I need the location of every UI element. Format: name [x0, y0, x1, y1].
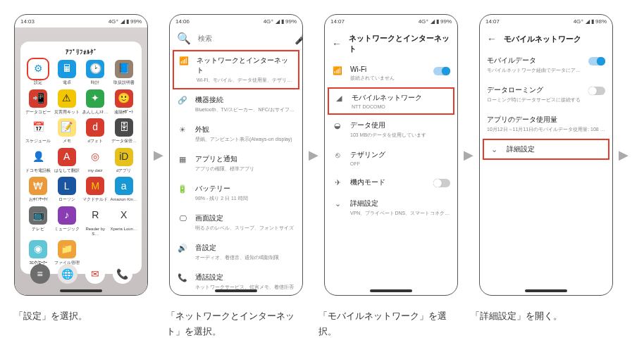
- settings-list: 📶ネットワークとインターネットWi-Fi、モバイル、データ使用量、テザリング🔗機…: [170, 50, 302, 295]
- app-おｻｲﾌｹｰﾀｲ[interactable]: ₩おｻｲﾌｹｰﾀｲ: [25, 177, 52, 202]
- app-dアプリ[interactable]: iDdアプリ: [111, 148, 138, 173]
- app-dフォト[interactable]: ddフォト: [82, 118, 109, 144]
- list-item-ネットワークとインターネット[interactable]: 📶ネットワークとインターネットWi-Fi、モバイル、データ使用量、テザリング: [173, 50, 299, 89]
- app-my daiz[interactable]: ◎my daiz: [82, 148, 109, 173]
- 📶-icon: 📶: [178, 56, 190, 65]
- app-マクドナルド[interactable]: Mマクドナルド: [82, 177, 109, 202]
- app-データコピー[interactable]: 📲データコピー: [25, 89, 52, 115]
- page-title: ネットワークとインターネット: [349, 33, 450, 54]
- row-title: データローミング: [487, 85, 581, 95]
- app-災害用キット[interactable]: ⚠災害用キット: [54, 89, 81, 115]
- ミュージック-icon: ♪: [58, 206, 76, 225]
- toggle[interactable]: [433, 67, 450, 75]
- mic-icon[interactable]: 🎤: [295, 32, 303, 45]
- status-right: 4G⁺ ◢ ▮ 99%: [419, 18, 452, 25]
- row-subtitle: VPN、プライベートDNS、スマートコネクティビ…: [350, 210, 450, 217]
- app-はなして翻訳[interactable]: Aはなして翻訳: [54, 148, 81, 173]
- back-icon[interactable]: ←: [332, 38, 342, 49]
- row-title: 機内モード: [350, 177, 426, 187]
- app-3Dｸﾘｴｰﾀｰ[interactable]: ◉3Dｸﾘｴｰﾀｰ: [25, 240, 52, 265]
- app-スケジュール[interactable]: 📅スケジュール: [25, 118, 52, 144]
- search-row[interactable]: 🔍 🎤: [170, 27, 302, 50]
- list-item-バッテリー[interactable]: 🔋バッテリー98% - 残り 2 日 11 時間: [170, 178, 302, 208]
- list-item-データローミング[interactable]: データローミングローミング時にデータサービスに接続する: [480, 80, 612, 109]
- phone-icon[interactable]: 📞: [113, 264, 132, 284]
- status-time: 14:07: [330, 18, 345, 25]
- list-item-外観[interactable]: ☀外観壁紙、アンビエント表示(Always-on display): [170, 119, 302, 149]
- app-電卓[interactable]: 🖩電卓: [54, 60, 81, 85]
- list-item-テザリング[interactable]: ⎋テザリングOFF: [325, 144, 457, 172]
- arrow-icon: ▶: [152, 14, 165, 296]
- home-indicator: [370, 289, 412, 292]
- list-item-データ使用[interactable]: ◒データ使用103 MBのデータを使用しています: [325, 115, 457, 144]
- list-item-モバイルネットワーク[interactable]: ◢モバイルネットワークNTT DOCOMO: [328, 87, 454, 115]
- toggle[interactable]: [588, 87, 605, 95]
- list-item-モバイルデータ[interactable]: モバイルデータモバイルネットワーク経由でデータにアクセス: [480, 50, 612, 80]
- mail-icon[interactable]: ✉: [85, 264, 105, 284]
- row-title: 音設定: [195, 243, 295, 253]
- app-テレビ[interactable]: 📺テレビ: [25, 206, 52, 236]
- app-Xperia Loun…[interactable]: XXperia Loun…: [111, 206, 138, 236]
- app-メモ[interactable]: 📝メモ: [54, 118, 81, 144]
- app-ミュージック[interactable]: ♪ミュージック: [54, 206, 81, 236]
- list-item-音設定[interactable]: 🔊音設定オーディオ、着信音、通知の鳴動制限: [170, 237, 302, 267]
- list-item-機内モード[interactable]: ✈機内モード: [325, 172, 457, 193]
- app-label: Reader by S…: [82, 227, 109, 236]
- list-item-アプリと通知[interactable]: ▦アプリと通知アプリの権限、標準アプリ: [170, 149, 302, 178]
- toggle[interactable]: [588, 57, 605, 65]
- globe-icon[interactable]: 🌐: [58, 264, 78, 284]
- app-ローソン[interactable]: Lローソン: [54, 177, 81, 202]
- row-title: テザリング: [350, 150, 450, 160]
- toggle[interactable]: [433, 179, 450, 187]
- app-取扱説明書[interactable]: 📘取扱説明書: [111, 60, 138, 85]
- app-Reader by S…[interactable]: RReader by S…: [82, 206, 109, 236]
- status-time: 14:06: [175, 18, 190, 25]
- app-label: 災害用キット: [54, 110, 80, 115]
- ⌄-icon: ⌄: [332, 199, 343, 208]
- page-title: モバイルネットワーク: [504, 34, 581, 44]
- あんしんｽｷ…-icon: ✦: [86, 89, 104, 108]
- app-label: 設定: [34, 80, 42, 85]
- recent-icon[interactable]: ≡: [30, 264, 50, 284]
- ドコモ電話帳-icon: 👤: [29, 148, 47, 166]
- home-indicator: [215, 289, 257, 292]
- app-設定[interactable]: ⚙設定: [25, 60, 52, 85]
- app-ファイル管理[interactable]: 📁ファイル管理: [54, 240, 81, 265]
- search-input[interactable]: [197, 34, 289, 43]
- screen-header: ← モバイルネットワーク: [480, 27, 612, 50]
- row-title: 通話設定: [195, 273, 295, 282]
- ☀-icon: ☀: [177, 125, 188, 134]
- list-item-詳細設定[interactable]: ⌄詳細設定VPN、プライベートDNS、スマートコネクティビ…: [325, 193, 457, 223]
- app-遠隔ｻﾎﾟｰﾄ[interactable]: 🙂遠隔ｻﾎﾟｰﾄ: [111, 89, 138, 115]
- Reader by S…-icon: R: [86, 206, 104, 225]
- はなして翻訳-icon: A: [58, 148, 76, 166]
- status-right: 4G⁺ ◢ ▮ 99%: [109, 18, 142, 25]
- row-title: データ使用: [350, 120, 450, 130]
- back-icon[interactable]: ←: [487, 33, 497, 44]
- app-ドコモ電話帳[interactable]: 👤ドコモ電話帳: [25, 148, 52, 173]
- screen-header: ← ネットワークとインターネット: [325, 27, 457, 60]
- app-データ保管…[interactable]: 🗄データ保管…: [111, 118, 138, 144]
- データ保管…-icon: 🗄: [115, 118, 133, 137]
- list-item-アプリのデータ使用量[interactable]: アプリのデータ使用量10月12日～11月11日のモバイルデータ使用量: 108 …: [480, 109, 612, 139]
- list-item-詳細設定[interactable]: ⌄詳細設定: [483, 139, 609, 160]
- app-label: Xperia Loun…: [111, 227, 137, 232]
- list-item-機器接続[interactable]: 🔗機器接続Bluetooth、TV/スピーカー、NFC/おサイフケー…: [170, 89, 302, 119]
- home-indicator: [525, 289, 567, 292]
- app-grid: ⚙設定🖩電卓🕑時計📘取扱説明書📲データコピー⚠災害用キット✦あんしんｽｷ…🙂遠隔…: [25, 60, 137, 265]
- 📞-icon: 📞: [177, 273, 188, 282]
- app-label: ミュージック: [54, 227, 80, 232]
- list-item-画面設定[interactable]: 🖵画面設定明るさのレベル、スリープ、フォントサイズ: [170, 208, 302, 237]
- caption-4: 「詳細設定」を開く。: [471, 308, 605, 324]
- app-時計[interactable]: 🕑時計: [82, 60, 109, 85]
- row-subtitle: モバイルネットワーク経由でデータにアクセス: [487, 67, 581, 74]
- app-あんしんｽｷ…[interactable]: ✦あんしんｽｷ…: [82, 89, 109, 115]
- app-Amazon Kin…[interactable]: aAmazon Kin…: [111, 177, 138, 202]
- app-label: データコピー: [25, 110, 51, 115]
- search-icon: 🔍: [177, 32, 191, 45]
- network-list: 📶Wi-Fi接続されていません◢モバイルネットワークNTT DOCOMO◒データ…: [325, 60, 457, 295]
- list-item-Wi-Fi[interactable]: 📶Wi-Fi接続されていません: [325, 60, 457, 87]
- app-label: データ保管…: [111, 139, 137, 144]
- 取扱説明書-icon: 📘: [115, 60, 133, 78]
- app-label: 取扱説明書: [113, 80, 135, 85]
